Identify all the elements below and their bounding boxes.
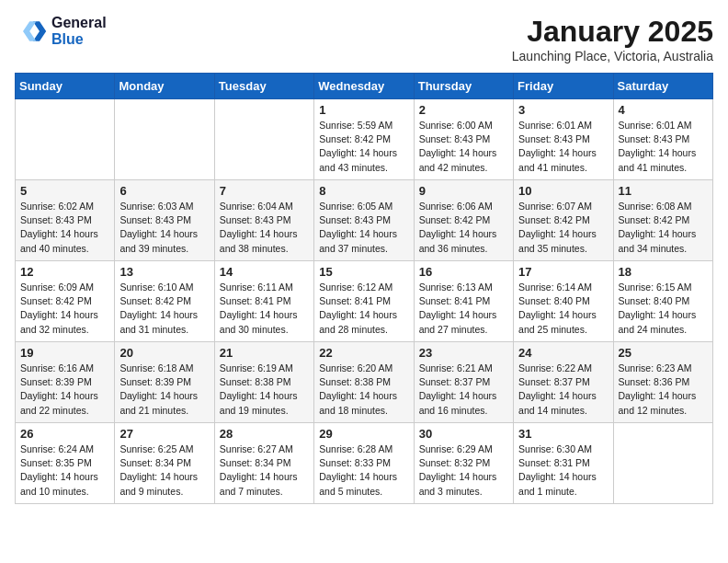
day-number: 18 — [619, 265, 708, 279]
day-info: Sunrise: 6:13 AM Sunset: 8:41 PM Dayligh… — [419, 281, 508, 337]
day-number: 6 — [119, 184, 209, 198]
header-wednesday: Wednesday — [314, 74, 414, 99]
calendar-day-28: 28Sunrise: 6:27 AM Sunset: 8:34 PM Dayli… — [214, 423, 313, 504]
day-info: Sunrise: 6:08 AM Sunset: 8:42 PM Dayligh… — [619, 200, 708, 256]
day-info: Sunrise: 6:05 AM Sunset: 8:43 PM Dayligh… — [319, 200, 408, 256]
calendar-week-row: 1Sunrise: 5:59 AM Sunset: 8:42 PM Daylig… — [16, 99, 713, 180]
day-number: 17 — [518, 265, 608, 279]
day-info: Sunrise: 6:27 AM Sunset: 8:34 PM Dayligh… — [220, 442, 309, 499]
header-thursday: Thursday — [414, 74, 513, 99]
header-saturday: Saturday — [613, 74, 712, 99]
calendar-day-27: 27Sunrise: 6:25 AM Sunset: 8:34 PM Dayli… — [115, 423, 214, 504]
day-info: Sunrise: 5:59 AM Sunset: 8:42 PM Dayligh… — [319, 119, 408, 175]
header-friday: Friday — [514, 74, 613, 99]
day-number: 29 — [319, 427, 408, 441]
calendar-day-11: 11Sunrise: 6:08 AM Sunset: 8:42 PM Dayli… — [613, 180, 712, 261]
day-info: Sunrise: 6:00 AM Sunset: 8:43 PM Dayligh… — [419, 119, 508, 175]
location-subtitle: Launching Place, Victoria, Australia — [512, 49, 713, 63]
logo: General Blue — [15, 15, 107, 48]
calendar-day-18: 18Sunrise: 6:15 AM Sunset: 8:40 PM Dayli… — [613, 261, 712, 342]
calendar-empty-cell — [16, 99, 115, 180]
day-number: 23 — [419, 346, 508, 360]
day-info: Sunrise: 6:30 AM Sunset: 8:31 PM Dayligh… — [518, 442, 608, 499]
day-info: Sunrise: 6:19 AM Sunset: 8:38 PM Dayligh… — [220, 362, 309, 418]
day-number: 12 — [20, 265, 109, 279]
day-number: 25 — [619, 346, 708, 360]
day-number: 21 — [220, 346, 309, 360]
day-number: 2 — [419, 103, 508, 117]
day-info: Sunrise: 6:02 AM Sunset: 8:43 PM Dayligh… — [20, 200, 109, 256]
calendar-day-13: 13Sunrise: 6:10 AM Sunset: 8:42 PM Dayli… — [115, 261, 214, 342]
month-title: January 2025 — [512, 15, 713, 49]
day-number: 20 — [119, 346, 209, 360]
day-number: 11 — [619, 184, 708, 198]
calendar-day-29: 29Sunrise: 6:28 AM Sunset: 8:33 PM Dayli… — [314, 423, 414, 504]
calendar-day-7: 7Sunrise: 6:04 AM Sunset: 8:43 PM Daylig… — [214, 180, 313, 261]
day-info: Sunrise: 6:15 AM Sunset: 8:40 PM Dayligh… — [619, 281, 708, 337]
day-number: 22 — [319, 346, 408, 360]
day-number: 14 — [220, 265, 309, 279]
calendar-day-6: 6Sunrise: 6:03 AM Sunset: 8:43 PM Daylig… — [115, 180, 214, 261]
day-info: Sunrise: 6:21 AM Sunset: 8:37 PM Dayligh… — [419, 362, 508, 418]
day-number: 13 — [119, 265, 209, 279]
day-info: Sunrise: 6:01 AM Sunset: 8:43 PM Dayligh… — [518, 119, 608, 175]
calendar-day-5: 5Sunrise: 6:02 AM Sunset: 8:43 PM Daylig… — [16, 180, 115, 261]
calendar-day-14: 14Sunrise: 6:11 AM Sunset: 8:41 PM Dayli… — [214, 261, 313, 342]
svg-marker-1 — [23, 21, 36, 41]
day-number: 15 — [319, 265, 408, 279]
calendar-empty-cell — [613, 423, 712, 504]
calendar-day-24: 24Sunrise: 6:22 AM Sunset: 8:37 PM Dayli… — [514, 342, 613, 423]
calendar-week-row: 19Sunrise: 6:16 AM Sunset: 8:39 PM Dayli… — [16, 342, 713, 423]
day-info: Sunrise: 6:11 AM Sunset: 8:41 PM Dayligh… — [220, 281, 309, 337]
day-number: 27 — [119, 427, 209, 441]
day-info: Sunrise: 6:10 AM Sunset: 8:42 PM Dayligh… — [119, 281, 209, 337]
calendar-day-31: 31Sunrise: 6:30 AM Sunset: 8:31 PM Dayli… — [514, 423, 613, 504]
calendar-day-26: 26Sunrise: 6:24 AM Sunset: 8:35 PM Dayli… — [16, 423, 115, 504]
calendar-day-1: 1Sunrise: 5:59 AM Sunset: 8:42 PM Daylig… — [314, 99, 414, 180]
day-info: Sunrise: 6:25 AM Sunset: 8:34 PM Dayligh… — [119, 442, 209, 499]
calendar-day-20: 20Sunrise: 6:18 AM Sunset: 8:39 PM Dayli… — [115, 342, 214, 423]
page-header: General Blue January 2025 Launching Plac… — [15, 15, 713, 63]
day-number: 9 — [419, 184, 508, 198]
day-number: 4 — [619, 103, 708, 117]
day-info: Sunrise: 6:09 AM Sunset: 8:42 PM Dayligh… — [20, 281, 109, 337]
calendar-day-3: 3Sunrise: 6:01 AM Sunset: 8:43 PM Daylig… — [514, 99, 613, 180]
calendar-day-22: 22Sunrise: 6:20 AM Sunset: 8:38 PM Dayli… — [314, 342, 414, 423]
day-info: Sunrise: 6:22 AM Sunset: 8:37 PM Dayligh… — [518, 362, 608, 418]
day-number: 28 — [220, 427, 309, 441]
calendar-day-4: 4Sunrise: 6:01 AM Sunset: 8:43 PM Daylig… — [613, 99, 712, 180]
day-info: Sunrise: 6:24 AM Sunset: 8:35 PM Dayligh… — [20, 442, 109, 499]
calendar-day-16: 16Sunrise: 6:13 AM Sunset: 8:41 PM Dayli… — [414, 261, 513, 342]
calendar-week-row: 5Sunrise: 6:02 AM Sunset: 8:43 PM Daylig… — [16, 180, 713, 261]
calendar-day-25: 25Sunrise: 6:23 AM Sunset: 8:36 PM Dayli… — [613, 342, 712, 423]
day-number: 5 — [20, 184, 109, 198]
header-sunday: Sunday — [16, 74, 115, 99]
calendar-day-19: 19Sunrise: 6:16 AM Sunset: 8:39 PM Dayli… — [16, 342, 115, 423]
calendar-day-15: 15Sunrise: 6:12 AM Sunset: 8:41 PM Dayli… — [314, 261, 414, 342]
day-info: Sunrise: 6:16 AM Sunset: 8:39 PM Dayligh… — [20, 362, 109, 418]
day-number: 1 — [319, 103, 408, 117]
calendar-header-row: SundayMondayTuesdayWednesdayThursdayFrid… — [16, 74, 713, 99]
day-number: 16 — [419, 265, 508, 279]
calendar-day-9: 9Sunrise: 6:06 AM Sunset: 8:42 PM Daylig… — [414, 180, 513, 261]
day-info: Sunrise: 6:28 AM Sunset: 8:33 PM Dayligh… — [319, 442, 408, 499]
day-info: Sunrise: 6:14 AM Sunset: 8:40 PM Dayligh… — [518, 281, 608, 337]
day-info: Sunrise: 6:29 AM Sunset: 8:32 PM Dayligh… — [419, 442, 508, 499]
day-number: 30 — [419, 427, 508, 441]
day-number: 19 — [20, 346, 109, 360]
day-number: 8 — [319, 184, 408, 198]
calendar-day-10: 10Sunrise: 6:07 AM Sunset: 8:42 PM Dayli… — [514, 180, 613, 261]
day-info: Sunrise: 6:12 AM Sunset: 8:41 PM Dayligh… — [319, 281, 408, 337]
day-info: Sunrise: 6:06 AM Sunset: 8:42 PM Dayligh… — [419, 200, 508, 256]
calendar-day-21: 21Sunrise: 6:19 AM Sunset: 8:38 PM Dayli… — [214, 342, 313, 423]
calendar-day-17: 17Sunrise: 6:14 AM Sunset: 8:40 PM Dayli… — [514, 261, 613, 342]
day-number: 7 — [220, 184, 309, 198]
day-number: 24 — [518, 346, 608, 360]
header-monday: Monday — [115, 74, 214, 99]
day-number: 26 — [20, 427, 109, 441]
calendar-empty-cell — [214, 99, 313, 180]
calendar-empty-cell — [115, 99, 214, 180]
calendar-day-8: 8Sunrise: 6:05 AM Sunset: 8:43 PM Daylig… — [314, 180, 414, 261]
calendar-day-30: 30Sunrise: 6:29 AM Sunset: 8:32 PM Dayli… — [414, 423, 513, 504]
day-number: 31 — [518, 427, 608, 441]
